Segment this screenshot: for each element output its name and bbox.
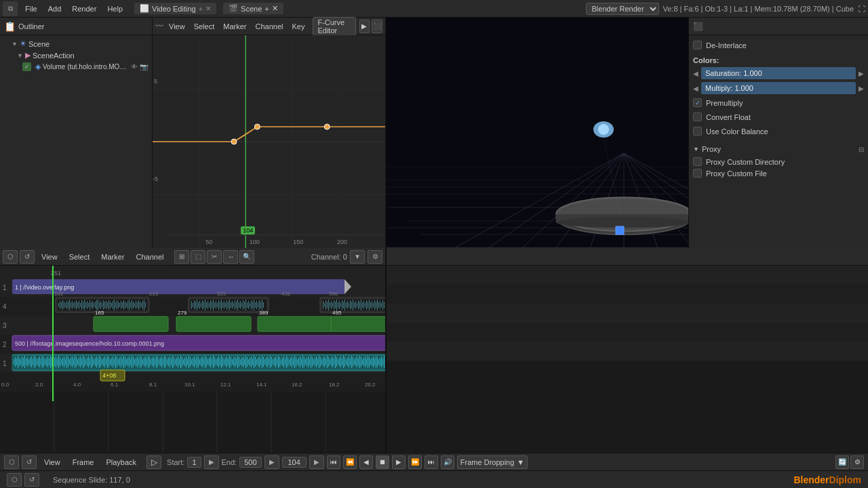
player-sync-btn[interactable]: 🔄 — [835, 455, 849, 469]
fcurve-btn1[interactable]: ▶ — [359, 20, 370, 33]
seq-zoom-btn[interactable]: 🔍 — [239, 250, 254, 264]
outliner-item-volume[interactable]: ✓ ◈ Volume (tut.holo.intro.MO… 👁 📷 — [0, 61, 152, 73]
player-menu-playback[interactable]: Playback — [101, 457, 141, 468]
transport-stop[interactable]: ⏹ — [376, 455, 389, 469]
player-orbit-icon[interactable]: ↺ — [22, 455, 37, 469]
scene-close[interactable]: ✕ — [272, 4, 278, 13]
svg-rect-367 — [184, 358, 185, 366]
menu-add[interactable]: Add — [43, 3, 66, 14]
outliner-item-scene[interactable]: ▼ ☀ Scene — [0, 38, 152, 49]
svg-rect-182 — [343, 302, 344, 308]
svg-rect-352 — [164, 356, 165, 368]
frame-dropping-dropdown[interactable]: Frame Dropping ▼ — [457, 455, 528, 469]
workspace-add[interactable]: + — [199, 5, 203, 13]
svg-rect-174 — [332, 303, 333, 307]
audio-btn[interactable]: 🔊 — [441, 455, 454, 469]
seq-orbit-btn[interactable]: ↺ — [20, 250, 35, 264]
svg-rect-204 — [373, 303, 374, 307]
proxy-directory-checkbox[interactable] — [693, 157, 702, 166]
viewport-panel[interactable]: Blender Diplom — [387, 18, 688, 248]
seq-menu-select[interactable]: Select — [64, 251, 95, 262]
seq-move-btn[interactable]: ↔ — [223, 250, 238, 264]
fcurve-menu-marker[interactable]: Marker — [220, 22, 250, 30]
status-icon-btn[interactable]: ⬡ — [7, 473, 22, 487]
multiply-left-arrow[interactable]: ◀ — [693, 85, 698, 92]
fcurve-btn2[interactable]: ⬛ — [372, 20, 382, 33]
player-menu-frame[interactable]: Frame — [68, 457, 99, 468]
svg-rect-96 — [132, 300, 132, 310]
start-frame-input[interactable]: 1 — [187, 457, 201, 468]
fcurve-menu-select[interactable]: Select — [191, 22, 218, 30]
volume-eye-icon[interactable]: 👁 — [131, 63, 138, 70]
proxy-file-checkbox[interactable] — [693, 169, 702, 178]
proxy-header[interactable]: ▼ Proxy ⊟ — [693, 145, 864, 153]
saturation-left-arrow[interactable]: ◀ — [693, 70, 698, 77]
seq-menu-marker[interactable]: Marker — [96, 251, 129, 262]
seq-select-btn[interactable]: ⬚ — [191, 250, 205, 264]
multiply-slider[interactable]: Multiply: 1.000 — [701, 82, 856, 94]
scene-tab[interactable]: 🎬 Scene + ✕ — [223, 3, 283, 14]
start-right-arrow[interactable]: ▶ — [204, 455, 219, 469]
svg-rect-460 — [311, 356, 311, 368]
multiply-right-arrow[interactable]: ▶ — [859, 85, 864, 92]
player-settings-btn[interactable]: ⚙ — [850, 455, 864, 469]
playback-icon-btn[interactable]: ▷ — [146, 455, 161, 469]
color-balance-checkbox[interactable] — [693, 127, 702, 136]
volume-render-icon[interactable]: 📷 — [140, 63, 148, 70]
end-frame-input[interactable]: 500 — [239, 457, 261, 468]
seq-knife-btn[interactable]: ✂ — [207, 250, 222, 264]
svg-rect-254 — [31, 357, 32, 367]
seq-right-body[interactable] — [387, 266, 868, 453]
menu-file[interactable]: File — [20, 3, 42, 14]
seq-snap-btn[interactable]: ⊞ — [174, 250, 189, 264]
de-interlace-checkbox[interactable] — [693, 41, 702, 49]
saturation-right-arrow[interactable]: ▶ — [859, 70, 864, 77]
convert-float-checkbox[interactable] — [693, 113, 702, 121]
fcurve-menu-channel[interactable]: Channel — [252, 22, 286, 30]
fcurve-menu-key[interactable]: Key — [288, 22, 308, 30]
transport-jump-end[interactable]: ⏭ — [425, 455, 438, 469]
render-engine-select[interactable]: Blender Render — [586, 3, 659, 15]
fcurve-canvas[interactable]: 50 100 150 200 5 -5 104 — [153, 35, 385, 248]
svg-rect-466 — [319, 356, 319, 368]
svg-rect-333 — [138, 359, 139, 365]
premultiply-checkbox[interactable] — [693, 98, 702, 107]
seq-menu-channel[interactable]: Channel — [131, 251, 168, 262]
transport-jump-start[interactable]: ⏮ — [327, 455, 340, 469]
seq-menu-view[interactable]: View — [37, 251, 62, 262]
svg-rect-178 — [338, 302, 338, 308]
seq-body[interactable]: 1 4 3 2 1 1 | //video.overlay.png 251 — [0, 266, 385, 453]
workspace-close[interactable]: ✕ — [205, 5, 211, 12]
fcurve-menu-view[interactable]: View — [165, 22, 189, 30]
menu-help[interactable]: Help — [102, 3, 127, 14]
transport-play-back[interactable]: ◀ — [359, 455, 373, 469]
workspace-tab[interactable]: ⬜ Video Editing + ✕ — [134, 3, 216, 14]
transport-step-back[interactable]: ⏪ — [343, 455, 357, 469]
status-orbit-btn[interactable]: ↺ — [24, 473, 39, 487]
player-menu-view[interactable]: View — [39, 457, 65, 468]
seq-channel-dropdown[interactable]: ▼ — [350, 250, 365, 264]
outliner-item-sceneaction[interactable]: ▼ ▶ SceneAction — [0, 49, 152, 61]
fullscreen-icon[interactable]: ⛶ — [858, 5, 865, 13]
svg-text:500 | //footage.imagesequence/: 500 | //footage.imagesequence/holo.10.co… — [15, 340, 164, 347]
frame-right-arrow[interactable]: ▶ — [309, 455, 324, 469]
menu-render[interactable]: Render — [67, 3, 101, 14]
volume-checkbox[interactable]: ✓ — [22, 62, 31, 71]
ruler-150: 150 — [293, 239, 303, 245]
fcurve-editor-dropdown[interactable]: F-Curve Editor — [313, 17, 355, 36]
end-right-arrow[interactable]: ▶ — [264, 455, 279, 469]
saturation-slider[interactable]: Saturation: 1.000 — [701, 67, 856, 79]
svg-rect-411 — [244, 359, 245, 365]
player-area-icon[interactable]: ⬡ — [4, 455, 19, 469]
seq-settings-btn[interactable]: ⚙ — [368, 250, 382, 264]
de-interlace-row: De-Interlace — [693, 39, 864, 51]
transport-play[interactable]: ▶ — [392, 455, 406, 469]
status-bar: ⬡ ↺ Sequence Slide: 117, 0 Blender Diplo… — [0, 470, 868, 488]
current-frame-input[interactable]: 104 — [282, 457, 307, 468]
scene-add[interactable]: + — [264, 5, 269, 13]
transport-step-fwd[interactable]: ⏩ — [408, 455, 422, 469]
seq-icon-btn[interactable]: ⬡ — [3, 250, 18, 264]
proxy-collapse-icon[interactable]: ⊟ — [859, 146, 864, 153]
fcurve-frame-label: 104 — [241, 226, 255, 235]
svg-rect-346 — [156, 356, 157, 368]
